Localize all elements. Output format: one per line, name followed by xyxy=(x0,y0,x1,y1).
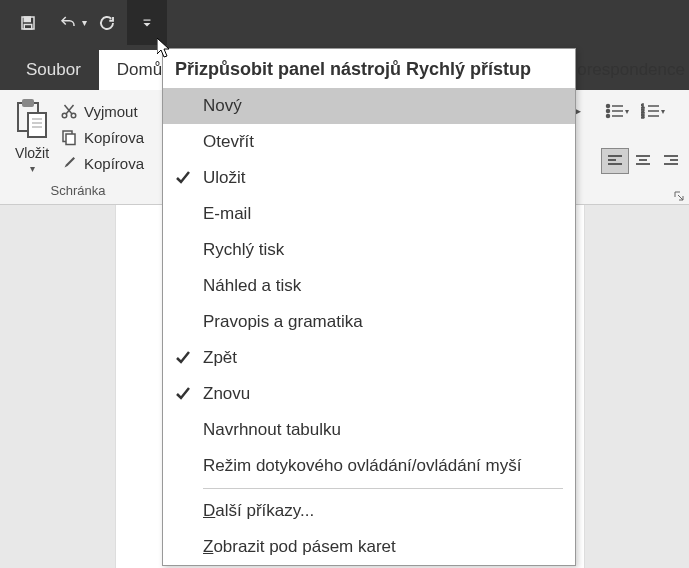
bullet-list-button[interactable]: ▾ xyxy=(601,98,633,124)
menu-item-new[interactable]: Nový xyxy=(163,88,575,124)
menu-item-spelling[interactable]: Pravopis a gramatika xyxy=(163,304,575,340)
menu-item-label: Otevřít xyxy=(203,132,254,152)
align-center-button[interactable] xyxy=(629,148,657,174)
dropdown-title: Přizpůsobit panel nástrojů Rychlý přístu… xyxy=(163,49,575,88)
align-right-button[interactable] xyxy=(657,148,685,174)
svg-point-16 xyxy=(607,105,610,108)
menu-item-redo[interactable]: Znovu xyxy=(163,376,575,412)
dialog-launcher-button[interactable] xyxy=(673,188,687,202)
menu-item-label: Další příkazy... xyxy=(203,501,314,521)
tab-correspondence[interactable]: orespondence xyxy=(573,50,689,90)
menu-item-show-below[interactable]: Zobrazit pod pásem karet xyxy=(163,529,575,565)
menu-item-label: Zobrazit pod pásem karet xyxy=(203,537,396,557)
tab-file[interactable]: Soubor xyxy=(8,50,99,90)
paste-button[interactable]: Vložit ▾ xyxy=(8,96,56,174)
copy-label: Kopírova xyxy=(84,129,144,146)
menu-item-label: Náhled a tisk xyxy=(203,276,301,296)
menu-item-label: Režim dotykového ovládání/ovládání myší xyxy=(203,456,521,476)
cut-button[interactable]: Vyjmout xyxy=(56,100,148,122)
menu-separator xyxy=(203,488,563,489)
svg-rect-6 xyxy=(28,113,46,137)
format-painter-button[interactable]: Kopírova xyxy=(56,152,148,174)
svg-rect-2 xyxy=(24,24,32,29)
svg-point-18 xyxy=(607,110,610,113)
svg-rect-5 xyxy=(22,99,34,107)
svg-line-13 xyxy=(65,105,73,114)
repeat-button[interactable] xyxy=(87,3,127,43)
qat-customize-menu: Přizpůsobit panel nástrojů Rychlý přístu… xyxy=(162,48,576,566)
menu-item-touch-mode[interactable]: Režim dotykového ovládání/ovládání myší xyxy=(163,448,575,484)
mouse-cursor-icon xyxy=(157,38,173,62)
align-left-button[interactable] xyxy=(601,148,629,174)
menu-item-more-commands[interactable]: Další příkazy... xyxy=(163,493,575,529)
menu-item-label: Uložit xyxy=(203,168,246,188)
svg-line-12 xyxy=(66,105,74,114)
menu-item-undo[interactable]: Zpět xyxy=(163,340,575,376)
menu-item-label: Zpět xyxy=(203,348,237,368)
menu-item-label: Znovu xyxy=(203,384,250,404)
svg-point-20 xyxy=(607,115,610,118)
menu-item-label: Pravopis a gramatika xyxy=(203,312,363,332)
save-button[interactable] xyxy=(8,3,48,43)
menu-item-quick-print[interactable]: Rychlý tisk xyxy=(163,232,575,268)
format-painter-label: Kopírova xyxy=(84,155,144,172)
menu-item-save[interactable]: Uložit xyxy=(163,160,575,196)
menu-item-label: E-mail xyxy=(203,204,251,224)
menu-item-label: Rychlý tisk xyxy=(203,240,284,260)
svg-rect-15 xyxy=(66,134,75,145)
paste-dropdown-arrow[interactable]: ▾ xyxy=(30,163,35,174)
svg-rect-1 xyxy=(24,17,30,22)
check-icon xyxy=(175,386,191,402)
check-icon xyxy=(175,350,191,366)
cut-label: Vyjmout xyxy=(84,103,138,120)
check-icon xyxy=(175,170,191,186)
paste-label: Vložit xyxy=(15,145,49,161)
menu-item-print-preview[interactable]: Náhled a tisk xyxy=(163,268,575,304)
clipboard-group-label: Schránka xyxy=(8,183,148,202)
svg-rect-3 xyxy=(144,19,151,20)
menu-item-draw-table[interactable]: Navrhnout tabulku xyxy=(163,412,575,448)
copy-button[interactable]: Kopírova xyxy=(56,126,148,148)
menu-item-label: Nový xyxy=(203,96,242,116)
svg-text:3: 3 xyxy=(641,113,645,119)
menu-item-open[interactable]: Otevřít xyxy=(163,124,575,160)
menu-item-label: Navrhnout tabulku xyxy=(203,420,341,440)
menu-item-email[interactable]: E-mail xyxy=(163,196,575,232)
qat-customize-button[interactable] xyxy=(127,0,167,45)
title-bar: ▾ xyxy=(0,0,689,45)
numbered-list-button[interactable]: 123 ▾ xyxy=(637,98,669,124)
